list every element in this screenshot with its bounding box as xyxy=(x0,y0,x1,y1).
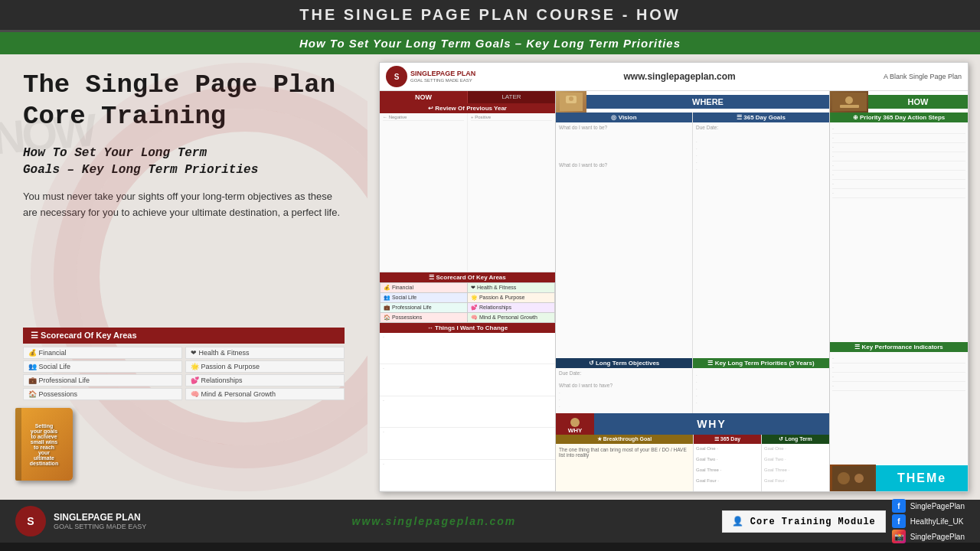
goals-365-header: ☰ 365 Day Goals xyxy=(693,112,829,122)
svg-point-4 xyxy=(570,418,580,427)
how-header: HOW xyxy=(868,95,968,109)
list-item: · xyxy=(380,333,555,364)
spp-logo-text-block: SINGLEPAGE PLAN GOAL SETTING MADE EASY xyxy=(410,70,475,83)
goal-dot-5: · xyxy=(696,167,826,171)
left-panel: NOW The Single Page PlanCore Training Ho… xyxy=(0,54,368,500)
neg-label: ← Negative xyxy=(383,115,464,121)
list-item: · xyxy=(832,152,965,161)
why-img: WHY xyxy=(556,413,594,435)
theme-section: THEMe xyxy=(830,465,968,491)
breakthrough-content: The one thing that can bring most of you… xyxy=(556,444,694,491)
svg-point-2 xyxy=(569,96,573,101)
lt-goal-two: Goal Two · xyxy=(764,457,827,461)
longterm-header: ↺ Long Term xyxy=(762,435,829,444)
where-top: ◎ Vision What do I want to be? What do I… xyxy=(556,112,829,358)
where-header: WHERE xyxy=(586,95,829,109)
list-item: · xyxy=(832,180,965,189)
list-item: 💕 Relationships xyxy=(468,303,554,312)
key-lt-header: ☰ Key Long Term Priorities (5 Years) xyxy=(693,358,829,368)
vision-header: ◎ Vision xyxy=(556,112,692,122)
list-item: · xyxy=(832,373,965,382)
scorecard-financial: 💰 Financial xyxy=(23,347,182,359)
list-item: · xyxy=(832,134,965,143)
why-section: WHY WHY ★ Breakthrough Goal xyxy=(556,413,829,491)
klt-dot-3: · xyxy=(696,386,826,391)
list-item: ❤ Health & Fitness xyxy=(468,283,554,292)
day365-content: Goal One · Goal Two · Goal Three · Goal … xyxy=(694,444,762,491)
spp-logo-text: SINGLEPAGE PLAN xyxy=(410,70,475,78)
svg-rect-8 xyxy=(840,105,859,108)
theme-button[interactable]: THEMe xyxy=(876,465,968,491)
bottom-logo-text-block: SINGLEPAGE PLAN GOAL SETTING MADE EASY xyxy=(54,512,146,530)
goal-three-label: Goal Three · xyxy=(696,468,759,472)
list-item: · xyxy=(380,460,555,491)
bottom-module: 👤 Core Training Module f SinglePagePlan … xyxy=(722,499,965,543)
spp-columns: NOW LATER ↩ Review Of Previous Year ← Ne… xyxy=(380,91,968,491)
lt-dot-1: · xyxy=(559,390,689,395)
klt-dot-1: · xyxy=(696,373,826,377)
social-link-3: 📸 SinglePagePlan xyxy=(892,530,965,543)
longterm-content: Goal One · Goal Two · Goal Three · Goal … xyxy=(762,444,829,491)
due-date: Due Date: xyxy=(696,125,826,130)
list-item: 💰 Financial xyxy=(381,283,467,292)
pos-label: + Positive xyxy=(471,115,552,121)
right-panel: S SINGLEPAGE PLAN GOAL SETTING MADE EASY… xyxy=(368,54,980,500)
list-item: · xyxy=(832,364,965,373)
long-term-col: ↺ Long Term Objectives Due Date: What do… xyxy=(556,358,693,413)
list-item: · xyxy=(832,382,965,391)
list-item: · xyxy=(380,428,555,459)
lt-goal-four: Goal Four · xyxy=(764,478,827,483)
why-header-row: WHY WHY xyxy=(556,413,829,435)
vision-content: What do I want to be? What do I want to … xyxy=(556,122,692,358)
list-item: · xyxy=(832,354,965,364)
list-item: · xyxy=(832,189,965,198)
top-header: THE SINGLE PAGE PLAN COURSE - HOW xyxy=(0,0,980,32)
now-positive: + Positive xyxy=(468,113,555,272)
watermark-now: NOW xyxy=(0,103,95,165)
why-header: WHY xyxy=(594,413,829,435)
social-link-2: f HealthyLife_UK xyxy=(892,514,965,528)
why-sub-headers: ★ Breakthrough Goal ☰ 365 Day ↺ Long Ter… xyxy=(556,435,829,444)
action-steps-content: · · · · · · · · xyxy=(830,122,968,342)
list-item: · xyxy=(380,364,555,396)
social-label-1: SinglePagePlan xyxy=(910,502,965,510)
bottom-logo-text: SINGLEPAGE PLAN xyxy=(54,512,146,523)
spacer xyxy=(696,132,826,137)
lt-dot-2: · xyxy=(559,397,689,402)
svg-point-7 xyxy=(845,96,853,104)
subtitle-bar: How To Set Your Long Term Goals – Key Lo… xyxy=(0,32,980,54)
spp-top-bar: S SINGLEPAGE PLAN GOAL SETTING MADE EASY… xyxy=(380,63,968,91)
spp-form: S SINGLEPAGE PLAN GOAL SETTING MADE EASY… xyxy=(379,62,969,492)
svg-point-10 xyxy=(838,472,850,484)
subtitle-text: How To Set Your Long Term Goals – Key Lo… xyxy=(0,37,980,50)
list-item: 💰 Financial ❤ Health & Fitness xyxy=(23,347,345,359)
kpi-content: · · · · xyxy=(830,352,968,465)
lt-due-date: Due Date: xyxy=(559,370,689,376)
list-item: · xyxy=(380,396,555,428)
now-header: NOW LATER xyxy=(380,91,555,103)
goal-one-label: Goal One · xyxy=(696,446,759,451)
list-item: 🏠 Possessions 🧠 Mind & Personal Growth xyxy=(23,388,345,400)
scorecard-health: ❤ Health & Fitness xyxy=(185,347,345,359)
things-rows: · · · · · xyxy=(380,333,555,491)
list-item: · xyxy=(832,125,965,134)
bottom-logo-icon: S xyxy=(15,506,46,536)
description: You must never take your sights off your… xyxy=(23,189,345,221)
long-term-header: ↺ Long Term Objectives xyxy=(556,358,692,368)
scorecard-rows: 💰 Financial ❤ Health & Fitness 👥 Social … xyxy=(23,347,345,400)
how-header-row: HOW xyxy=(830,91,968,112)
list-item: · xyxy=(832,161,965,171)
later-tab: LATER xyxy=(468,91,555,103)
now-tab: NOW xyxy=(380,91,468,103)
list-item: · xyxy=(832,171,965,180)
bottom-bar: S SINGLEPAGE PLAN GOAL SETTING MADE EASY… xyxy=(0,500,980,543)
long-term-row: ↺ Long Term Objectives Due Date: What do… xyxy=(556,358,829,413)
scorecard-grid: 💰 Financial ❤ Health & Fitness 👥 Social … xyxy=(380,282,555,323)
bottom-website: www.singlepageplan.com xyxy=(146,515,721,527)
list-item: 🌟 Passion & Purpose xyxy=(468,293,554,302)
social-label-2: HealthyLife_UK xyxy=(910,517,963,526)
social-links: f SinglePagePlan f HealthyLife_UK 📸 Sing… xyxy=(892,499,965,543)
spp-logo: S SINGLEPAGE PLAN GOAL SETTING MADE EASY xyxy=(386,66,475,87)
kpi-header: ☰ Key Performance Indicators xyxy=(830,342,968,352)
col-how: HOW ⊕ Priority 365 Day Action Steps · · … xyxy=(830,91,968,491)
